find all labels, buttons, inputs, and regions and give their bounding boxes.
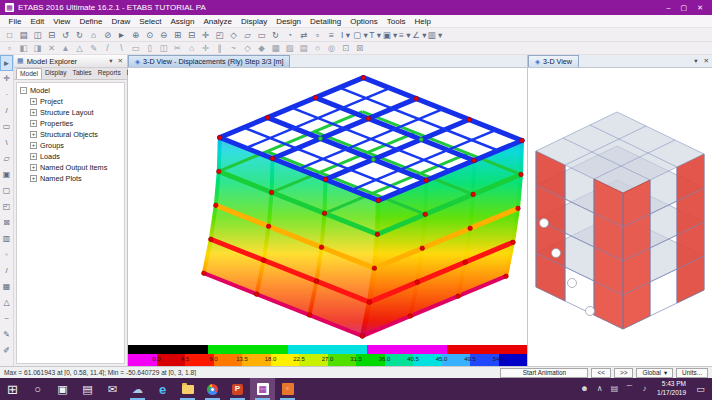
expand-icon[interactable]: +: [30, 175, 37, 182]
restore-full-view-icon[interactable]: ⊙: [143, 30, 156, 40]
mail-icon[interactable]: ✉: [100, 378, 125, 400]
lock-model-icon[interactable]: ⊘: [101, 30, 114, 40]
elevation-view-icon[interactable]: ▭: [255, 30, 268, 40]
run-analysis-icon[interactable]: ►: [115, 30, 128, 40]
undo-icon[interactable]: ↺: [59, 30, 72, 40]
close-panel-icon[interactable]: ✕: [117, 57, 124, 65]
draw-door-icon[interactable]: ▥: [0, 231, 13, 247]
get-previous-selection-icon[interactable]: ▲: [59, 43, 72, 53]
menu-tools[interactable]: Tools: [382, 17, 410, 26]
move-view-icon[interactable]: ⇄: [297, 30, 310, 40]
object-shrink-icon[interactable]: ▫: [311, 30, 324, 40]
menu-assign[interactable]: Assign: [166, 17, 199, 26]
deselect-icon[interactable]: ◨: [31, 43, 44, 53]
pin-panel-icon[interactable]: ▾: [108, 57, 113, 65]
draw-brace-icon[interactable]: \: [0, 135, 13, 151]
draw-grids-icon[interactable]: ▦: [0, 279, 13, 295]
menu-define[interactable]: Define: [75, 17, 107, 26]
main-view-canvas[interactable]: [128, 68, 527, 345]
menu-view[interactable]: View: [49, 17, 75, 26]
tree-item-named-plots[interactable]: + Named Plots: [20, 173, 124, 184]
draw-joint-icon[interactable]: ∙: [0, 87, 13, 103]
draw-link-icon[interactable]: ◦: [0, 247, 13, 263]
search-icon[interactable]: ○: [25, 378, 50, 400]
clear-selection-icon[interactable]: ✕: [45, 43, 58, 53]
tree-item-structure-layout[interactable]: + Structure Layout: [20, 107, 124, 118]
draw-floor-icon[interactable]: ▱: [0, 151, 13, 167]
start-button[interactable]: ⊞: [0, 378, 25, 400]
redo-icon[interactable]: ↻: [73, 30, 86, 40]
menu-options[interactable]: Options: [346, 17, 383, 26]
rotate-3d-view-icon[interactable]: ↻: [269, 30, 282, 40]
join-shells-icon[interactable]: ▤: [297, 43, 310, 53]
pin-view-icon[interactable]: ▾: [691, 57, 700, 65]
shell-sections-dropdown[interactable]: ▢ ▾: [353, 30, 368, 40]
print-icon[interactable]: ⊟: [45, 30, 58, 40]
tab-tables[interactable]: Tables: [70, 68, 95, 79]
expand-icon[interactable]: +: [30, 164, 37, 171]
display-options-icon[interactable]: ≡: [325, 30, 338, 40]
draw-wall-icon[interactable]: ▢: [0, 183, 13, 199]
plan-view-icon[interactable]: ▱: [241, 30, 254, 40]
volume-icon[interactable]: ♪: [637, 384, 652, 395]
select-pointer-icon[interactable]: ►: [0, 55, 13, 71]
action-center-icon[interactable]: ▭: [692, 384, 712, 394]
next-step-button[interactable]: >>: [614, 368, 633, 378]
menu-edit[interactable]: Edit: [26, 17, 49, 26]
pan-icon[interactable]: ✛: [199, 30, 212, 40]
detailing-views-dropdown[interactable]: ▥ ▾: [428, 30, 443, 40]
close-button[interactable]: ✕: [697, 4, 703, 12]
network-icon[interactable]: ⌒: [622, 384, 637, 395]
menu-analyze[interactable]: Analyze: [199, 17, 236, 26]
coordinate-system-dropdown[interactable]: Global ▾: [636, 368, 673, 378]
draw-floor-icon[interactable]: ▭: [129, 43, 142, 53]
units-button[interactable]: Units...: [676, 368, 708, 378]
previous-zoom-icon[interactable]: ⊖: [157, 30, 170, 40]
zoom-out-icon[interactable]: ⊟: [185, 30, 198, 40]
tree-item-properties[interactable]: + Properties: [20, 118, 124, 129]
tab-reports[interactable]: Reports: [95, 68, 124, 79]
mirror-icon[interactable]: ◇: [241, 43, 254, 53]
draw-joint-icon[interactable]: ✎: [87, 43, 100, 53]
collapse-icon[interactable]: -: [20, 87, 27, 94]
frame-sections-dropdown[interactable]: I ▾: [339, 30, 352, 40]
onedrive-icon[interactable]: ▤: [607, 384, 622, 395]
menu-design[interactable]: Design: [272, 17, 306, 26]
file-explorer-icon[interactable]: [175, 378, 200, 400]
replicate-icon[interactable]: ∥: [213, 43, 226, 53]
draw-frame-icon[interactable]: /: [101, 43, 114, 53]
menu-select[interactable]: Select: [135, 17, 166, 26]
snap-intersections-icon[interactable]: ◎: [325, 43, 338, 53]
store-icon[interactable]: ▤: [75, 378, 100, 400]
mesh-shells-icon[interactable]: ▦: [269, 43, 282, 53]
tree-item-groups[interactable]: + Groups: [20, 140, 124, 151]
start-animation-button[interactable]: Start Animation: [500, 368, 588, 378]
tree-item-structural-objects[interactable]: + Structural Objects: [20, 129, 124, 140]
draw-window-icon[interactable]: ⊠: [0, 215, 13, 231]
divide-frames-icon[interactable]: ✂: [171, 43, 184, 53]
divide-shells-icon[interactable]: ▧: [283, 43, 296, 53]
menu-file[interactable]: File: [4, 17, 26, 26]
tree-item-loads[interactable]: + Loads: [20, 151, 124, 162]
draw-brace-icon[interactable]: \: [115, 43, 128, 53]
snap-ends-icon[interactable]: ○: [311, 43, 324, 53]
powerpoint-icon[interactable]: P: [225, 378, 250, 400]
save-model-icon[interactable]: ◫: [31, 30, 44, 40]
menu-help[interactable]: Help: [410, 17, 435, 26]
snap-nearest-icon[interactable]: ⊠: [353, 43, 366, 53]
menu-detailing[interactable]: Detailing: [306, 17, 346, 26]
load-cases-dropdown[interactable]: ≡ ▾: [398, 30, 411, 40]
tree-root-model[interactable]: - Model: [20, 85, 124, 96]
hidden-icons-chevron[interactable]: ∧: [592, 384, 607, 395]
close-view-icon[interactable]: ✕: [701, 57, 712, 65]
edge-icon[interactable]: e: [150, 378, 175, 400]
draw-mode-dropdown[interactable]: ∠ ▾: [412, 30, 426, 40]
main-view-tab[interactable]: ◈ 3-D View - Displacements (Rly) Step 3/…: [128, 55, 290, 67]
draw-section-cut-icon[interactable]: ✎: [0, 327, 13, 343]
right-view-tab[interactable]: ◈ 3-D View: [528, 55, 579, 67]
rubber-band-zoom-icon[interactable]: ⊕: [129, 30, 142, 40]
expand-icon[interactable]: +: [30, 120, 37, 127]
snap-midpoints-icon[interactable]: ⊡: [339, 43, 352, 53]
default-3d-view-icon[interactable]: ◇: [227, 30, 240, 40]
orange-app-icon[interactable]: ◦: [275, 378, 300, 400]
